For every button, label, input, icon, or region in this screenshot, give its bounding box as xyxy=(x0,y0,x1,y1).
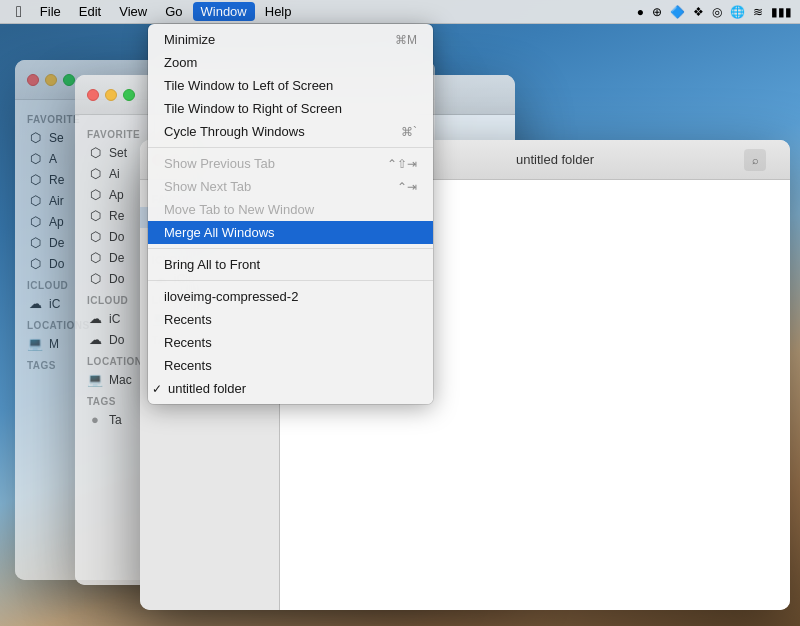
menu-item-merge-all[interactable]: Merge All Windows xyxy=(148,221,433,244)
maximize-button-mid[interactable] xyxy=(123,89,135,101)
menu-item-label-move-tab: Move Tab to New Window xyxy=(164,202,314,217)
menu-item-label-iloveimg: iloveimg-compressed-2 xyxy=(164,289,298,304)
separator-1 xyxy=(148,147,433,148)
menu-item-recents-3[interactable]: Recents xyxy=(148,354,433,377)
sidebar-icon-back-2: ⬡ xyxy=(27,151,43,166)
close-button-mid[interactable] xyxy=(87,89,99,101)
menu-item-label-next-tab: Show Next Tab xyxy=(164,179,251,194)
status-icon-7: ≋ xyxy=(753,5,763,19)
menu-view[interactable]: View xyxy=(111,2,155,21)
menu-item-cycle[interactable]: Cycle Through Windows ⌘` xyxy=(148,120,433,143)
menu-item-zoom[interactable]: Zoom xyxy=(148,51,433,74)
apple-menu[interactable]:  xyxy=(8,3,30,21)
menu-file[interactable]: File xyxy=(32,2,69,21)
menu-item-shortcut-minimize: ⌘M xyxy=(395,33,417,47)
menu-item-label-recents-3: Recents xyxy=(164,358,212,373)
menu-item-label-minimize: Minimize xyxy=(164,32,215,47)
separator-3 xyxy=(148,280,433,281)
menu-help[interactable]: Help xyxy=(257,2,300,21)
menu-window[interactable]: Window xyxy=(193,2,255,21)
mac-icon-back: 💻 xyxy=(27,336,43,351)
icloud-icon-back: ☁ xyxy=(27,296,43,311)
menu-bar-left:  File Edit View Go Window Help xyxy=(8,2,300,21)
menu-item-minimize[interactable]: Minimize ⌘M xyxy=(148,28,433,51)
menu-bar-right: ● ⊕ 🔷 ❖ ◎ 🌐 ≋ ▮▮▮ xyxy=(637,5,792,19)
menu-item-label-zoom: Zoom xyxy=(164,55,197,70)
menu-item-label-untitled-folder: untitled folder xyxy=(168,381,246,396)
menu-item-shortcut-prev-tab: ⌃⇧⇥ xyxy=(387,157,417,171)
search-icon[interactable]: ⌕ xyxy=(744,149,766,171)
minimize-button-mid[interactable] xyxy=(105,89,117,101)
status-icon-3: 🔷 xyxy=(670,5,685,19)
maximize-button-back[interactable] xyxy=(63,74,75,86)
menu-item-label-tile-left: Tile Window to Left of Screen xyxy=(164,78,333,93)
menu-item-label-merge-all: Merge All Windows xyxy=(164,225,275,240)
menu-item-label-prev-tab: Show Previous Tab xyxy=(164,156,275,171)
status-icon-4: ❖ xyxy=(693,5,704,19)
status-icon-1: ● xyxy=(637,5,644,19)
menu-item-shortcut-cycle: ⌘` xyxy=(401,125,417,139)
battery-icon: ▮▮▮ xyxy=(771,5,792,19)
sidebar-icon-back-5: ⬡ xyxy=(27,214,43,229)
menu-item-tile-left[interactable]: Tile Window to Left of Screen xyxy=(148,74,433,97)
traffic-lights-mid xyxy=(87,89,135,101)
sidebar-icon-back-4: ⬡ xyxy=(27,193,43,208)
menu-item-label-tile-right: Tile Window to Right of Screen xyxy=(164,101,342,116)
menu-item-label-recents-1: Recents xyxy=(164,312,212,327)
menu-item-recents-1[interactable]: Recents xyxy=(148,308,433,331)
close-button-back[interactable] xyxy=(27,74,39,86)
sidebar-icon-back-3: ⬡ xyxy=(27,172,43,187)
menu-item-tile-right[interactable]: Tile Window to Right of Screen xyxy=(148,97,433,120)
menu-go[interactable]: Go xyxy=(157,2,190,21)
menu-edit[interactable]: Edit xyxy=(71,2,109,21)
menu-item-iloveimg[interactable]: iloveimg-compressed-2 xyxy=(148,285,433,308)
sidebar-icon-back-7: ⬡ xyxy=(27,256,43,271)
status-icon-5: ◎ xyxy=(712,5,722,19)
menu-item-label-cycle: Cycle Through Windows xyxy=(164,124,305,139)
menu-item-prev-tab: Show Previous Tab ⌃⇧⇥ xyxy=(148,152,433,175)
sidebar-icon-back-6: ⬡ xyxy=(27,235,43,250)
menu-item-untitled-folder[interactable]: ✓ untitled folder xyxy=(148,377,433,400)
menu-item-move-tab: Move Tab to New Window xyxy=(148,198,433,221)
minimize-button-back[interactable] xyxy=(45,74,57,86)
status-icon-6: 🌐 xyxy=(730,5,745,19)
menu-item-recents-2[interactable]: Recents xyxy=(148,331,433,354)
check-mark-untitled: ✓ xyxy=(152,382,162,396)
separator-2 xyxy=(148,248,433,249)
menu-item-bring-front[interactable]: Bring All to Front xyxy=(148,253,433,276)
menu-item-next-tab: Show Next Tab ⌃⇥ xyxy=(148,175,433,198)
status-icon-2: ⊕ xyxy=(652,5,662,19)
menu-item-label-bring-front: Bring All to Front xyxy=(164,257,260,272)
sidebar-icon-back-1: ⬡ xyxy=(27,130,43,145)
menu-item-label-recents-2: Recents xyxy=(164,335,212,350)
window-dropdown-menu[interactable]: Minimize ⌘M Zoom Tile Window to Left of … xyxy=(148,24,433,404)
menu-item-shortcut-next-tab: ⌃⇥ xyxy=(397,180,417,194)
traffic-lights-back xyxy=(27,74,75,86)
menu-bar:  File Edit View Go Window Help ● ⊕ 🔷 ❖ … xyxy=(0,0,800,24)
